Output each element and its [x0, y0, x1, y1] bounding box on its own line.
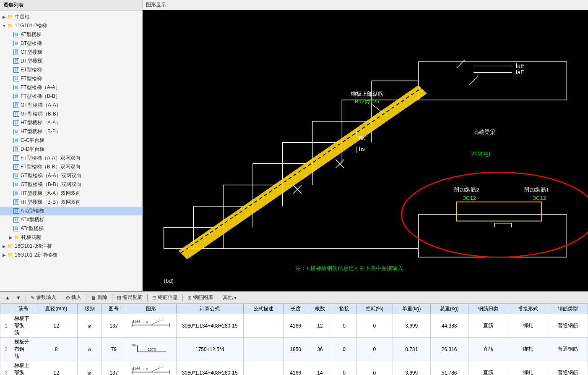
- table-container[interactable]: 筋号 直径(mm) 级别 图号 图形 计算公式 公式描述 长度 根数 搭接 损耗…: [0, 304, 588, 375]
- doc-icon-ht-aa-sw: 目: [13, 191, 19, 196]
- tree-space-ft-bb: [8, 94, 13, 99]
- sidebar-content[interactable]: ▶📁牛腿柱▼📁11G101-2楼梯 目AT型楼梯 目BT型楼梯 目CT型楼梯 目…: [0, 11, 142, 291]
- rebar-gallery-label: 钢筋图库: [193, 294, 213, 301]
- svg-text:注：1.楼梯板钢筋信息也可在下表中直接输入.: 注：1.楼梯板钢筋信息也可在下表中直接输入.: [295, 265, 404, 271]
- sidebar-item-ft-aa-sw[interactable]: 目FT型楼梯（A-A）双网双向: [0, 154, 142, 163]
- tree-space-ht-bb-sw: [8, 200, 13, 205]
- sidebar-item-tuoban[interactable]: ▶📁托板鸡嘴: [0, 233, 142, 242]
- doc-icon-gt-bb: 目: [13, 111, 19, 117]
- delete-btn[interactable]: 🗑 删除: [88, 293, 110, 302]
- sidebar-item-ft-bb[interactable]: 目FT型楼梯（B-B）: [0, 92, 142, 101]
- doc-icon-ft: 目: [13, 76, 19, 81]
- sidebar-item-ft-aa[interactable]: 目FT型楼梯（A-A）: [0, 83, 142, 92]
- row-total-weight: 51.786: [430, 361, 468, 375]
- col-num: [0, 304, 12, 314]
- row-category: 直筋: [468, 314, 508, 338]
- row-length: 4166: [283, 361, 308, 375]
- row-formula-desc: [243, 361, 283, 375]
- row-length: 1850: [283, 338, 308, 361]
- sidebar-header: 图集列表: [0, 0, 142, 11]
- params-btn[interactable]: ✎ 参数输入: [28, 293, 59, 302]
- sidebar-item-dd[interactable]: 目D-D平台板: [0, 145, 142, 154]
- row-figure: 4166 ←B→ L1: [126, 314, 176, 338]
- top-area: 图集列表 ▶📁牛腿柱▼📁11G101-2楼梯 目AT型楼梯 目BT型楼梯 目CT…: [0, 0, 588, 291]
- row-formula: 1750+12.5*d: [176, 338, 243, 361]
- sidebar-item-ft[interactable]: 目FT型楼梯: [0, 74, 142, 83]
- sidebar-item-16g101-3[interactable]: ▶📁16G101-3灌注桩: [0, 242, 142, 251]
- dimension-btn[interactable]: ⊞ 缩尺配筋: [114, 293, 145, 302]
- tree-arrow-16g101-3: ▶: [2, 244, 7, 249]
- row-formula: 3080*1.134+408+280-15: [176, 314, 243, 338]
- sidebar-item-cc[interactable]: 目C-C平台板: [0, 136, 142, 145]
- sidebar-item-ht-bb[interactable]: 目HT型楼梯（B-B）: [0, 127, 142, 136]
- sidebar-item-16g101-2[interactable]: ▶📁16G101-2新增楼梯: [0, 251, 142, 260]
- sidebar-item-ht-aa[interactable]: 目HT型楼梯（A-A）: [0, 118, 142, 127]
- table-row[interactable]: 1 梯板下部纵 筋 12 ⌀ 137 4166 ←B→ L1 3080*1.13…: [0, 314, 588, 338]
- tree-label-dd: D-D平台板: [21, 146, 44, 153]
- sidebar-item-ct[interactable]: 目CT型楼梯: [0, 48, 142, 57]
- sidebar-item-ft-bb-sw[interactable]: 目FT型楼梯（B-B）双网双向: [0, 163, 142, 171]
- doc-icon-dd: 目: [13, 147, 19, 152]
- doc-icon-gt-aa-sw: 目: [13, 173, 19, 178]
- down-btn[interactable]: ▼: [13, 294, 23, 302]
- doc-icon-bt: 目: [13, 41, 19, 46]
- tree-label-ht-aa-sw: HT型楼梯（A-A）双网双向: [21, 190, 81, 197]
- sidebar-item-bt[interactable]: 目BT型楼梯: [0, 39, 142, 48]
- up-btn[interactable]: ▲: [3, 294, 13, 302]
- row-grade: ⌀: [78, 314, 102, 338]
- svg-text:3C12: 3C12: [463, 195, 476, 201]
- table-row[interactable]: 2 梯板分布钢 筋 8 ⌀ 79 90 1570 1750+12.5*d 185…: [0, 338, 588, 361]
- tree-space-gt-aa-sw: [8, 173, 13, 178]
- sep5: [147, 294, 148, 302]
- sidebar: 图集列表 ▶📁牛腿柱▼📁11G101-2楼梯 目AT型楼梯 目BT型楼梯 目CT…: [0, 0, 143, 291]
- row-name: 梯板下部纵 筋: [12, 314, 35, 338]
- row-num: 3: [0, 361, 12, 375]
- row-loss: 0: [356, 361, 393, 375]
- tree-space-dt: [8, 59, 13, 64]
- row-grade: ⌀: [78, 338, 102, 361]
- row-num: 2: [0, 338, 12, 361]
- row-loss: 0: [356, 314, 393, 338]
- table-row[interactable]: 3 梯板上部纵 筋 12 ⌀ 137 4166 ←B→ L1 3080*1.13…: [0, 361, 588, 375]
- row-fignum: 137: [102, 361, 126, 375]
- row-fignum: 79: [102, 338, 126, 361]
- tree-space-cc: [8, 138, 13, 143]
- sidebar-item-dt[interactable]: 目DT型楼梯: [0, 57, 142, 66]
- delete-label: 删除: [97, 294, 107, 301]
- sidebar-item-ata[interactable]: 目ATa型楼梯: [0, 207, 142, 215]
- sidebar-item-ht-bb-sw[interactable]: 目HT型楼梯（B-B）双网双向: [0, 198, 142, 207]
- sidebar-title: 图集列表: [3, 2, 23, 8]
- sep6: [182, 294, 183, 302]
- sidebar-item-ht-aa-sw[interactable]: 目HT型楼梯（A-A）双网双向: [0, 189, 142, 198]
- dimension-label: 缩尺配筋: [122, 294, 143, 301]
- doc-icon-gt-aa: 目: [13, 102, 19, 108]
- sep2: [61, 294, 61, 302]
- tree-label-16g101-2: 16G101-2新增楼梯: [15, 252, 57, 259]
- rebar-info-icon: ⊟: [152, 295, 156, 301]
- other-btn[interactable]: 其他 ▾: [220, 293, 239, 302]
- sidebar-item-at[interactable]: 目AT型楼梯: [0, 30, 142, 39]
- row-rebar-type: 普通钢筋: [548, 361, 588, 375]
- rebar-gallery-btn[interactable]: ⊠ 钢筋图库: [185, 293, 216, 302]
- row-count: 14: [308, 361, 332, 375]
- row-overlap: 0: [332, 361, 356, 375]
- sidebar-item-gt-aa-sw[interactable]: 目GT型楼梯（A-A）双网双向: [0, 171, 142, 180]
- sidebar-item-11g101-2[interactable]: ▼📁11G101-2楼梯: [0, 21, 142, 30]
- doc-icon-cc: 目: [13, 138, 19, 143]
- svg-text:90: 90: [132, 343, 136, 347]
- insert-btn[interactable]: ⊕ 插入: [63, 293, 84, 302]
- rebar-info-btn[interactable]: ⊟ 钢筋信息: [150, 293, 180, 302]
- row-formula-desc: [243, 338, 283, 361]
- sidebar-item-gt-bb[interactable]: 目GT型楼梯（B-B）: [0, 110, 142, 118]
- sidebar-item-atb[interactable]: 目ATb型楼梯: [0, 215, 142, 224]
- sidebar-item-gt-bb-sw[interactable]: 目GT型楼梯（B-B）双网双向: [0, 180, 142, 189]
- svg-text:高端梁梁: 高端梁梁: [474, 129, 495, 135]
- sidebar-item-atc[interactable]: 目ATc型楼梯: [0, 224, 142, 233]
- sidebar-item-gt-aa[interactable]: 目GT型楼梯（A-A）: [0, 101, 142, 110]
- params-icon: ✎: [31, 295, 35, 301]
- tree-label-tuoban: 托板鸡嘴: [21, 234, 42, 241]
- other-arrow-icon: ▾: [234, 295, 237, 301]
- tree-space-gt-bb: [8, 112, 13, 117]
- sidebar-item-et[interactable]: 目ET型楼梯: [0, 66, 142, 74]
- sidebar-item-niutuizhu[interactable]: ▶📁牛腿柱: [0, 13, 142, 21]
